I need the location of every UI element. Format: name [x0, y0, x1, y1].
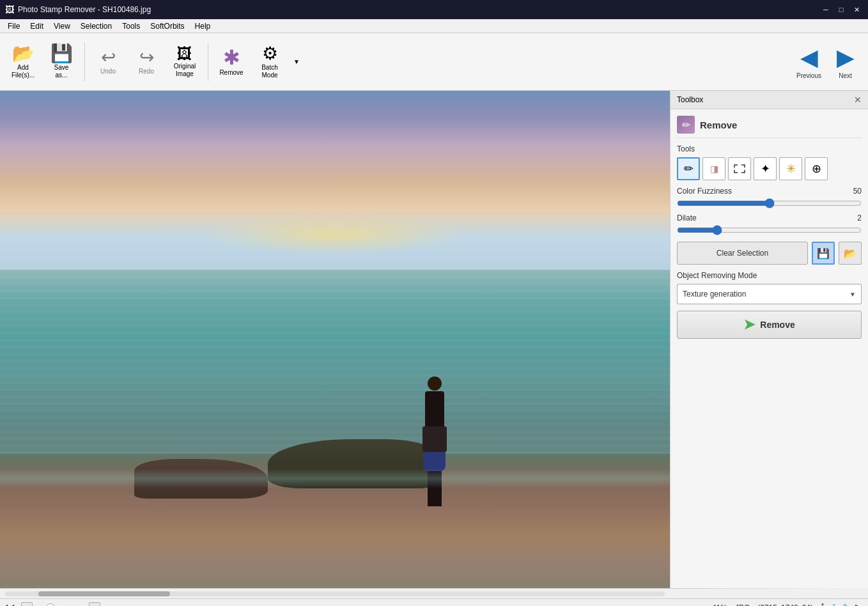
title-bar: 🖼 Photo Stamp Remover - SH100486.jpg ─ □… [0, 0, 868, 19]
next-button[interactable]: ▶ Next [828, 37, 863, 87]
previous-label: Previous [796, 72, 821, 79]
youtube-icon[interactable]: ▶ [855, 602, 863, 606]
redo-label: Redo [139, 68, 154, 75]
zoom-in-button[interactable]: + [89, 602, 100, 607]
rect-select-tool[interactable] [728, 157, 751, 180]
load-selection-icon: 📂 [844, 247, 856, 260]
remove-button[interactable]: ✱ Remove [213, 37, 249, 87]
stamp-tool[interactable]: ⊕ [805, 157, 828, 180]
main-layout: Toolbox ✕ ✏ Remove Tools ✏ ◨ [0, 91, 868, 588]
undo-icon: ↩ [101, 49, 116, 66]
load-selection-button[interactable]: 📂 [839, 242, 862, 265]
save-selection-button[interactable]: 💾 [812, 242, 835, 265]
batch-mode-button[interactable]: ⚙ BatchMode [252, 37, 288, 87]
clear-selection-button[interactable]: Clear Selection [677, 242, 808, 265]
toolbar: 📂 Add File(s)... 💾 Saveas... ↩ Undo ↪ Re… [0, 33, 868, 91]
image-scene [0, 91, 670, 588]
menu-edit[interactable]: Edit [25, 20, 49, 32]
sliders-section: Color Fuzziness 50 Dilate 2 [677, 187, 862, 235]
zoom-out-button[interactable]: − [21, 602, 33, 607]
color-fuzziness-value: 50 [853, 187, 862, 196]
brush-tool[interactable]: ✏ [677, 157, 700, 180]
remove-panel-icon: ✏ [677, 116, 695, 134]
original-image-label: OriginalImage [174, 63, 196, 78]
magic-wand-fill-tool[interactable]: ✦ [754, 157, 777, 180]
mode-select-wrapper: Texture generation Smart fill Average co… [677, 284, 862, 304]
magic-wand-tool[interactable]: ✳ [779, 157, 802, 180]
horizontal-scrollbar[interactable] [0, 588, 868, 598]
remove-panel: ✏ Remove Tools ✏ ◨ [670, 109, 868, 345]
close-button[interactable]: ✕ [850, 3, 863, 16]
mode-dropdown[interactable]: Texture generation Smart fill Average co… [678, 284, 861, 304]
menu-tools[interactable]: Tools [117, 20, 145, 32]
save-selection-icon: 💾 [817, 247, 830, 260]
person-body [425, 391, 444, 430]
shore-layer [0, 454, 670, 588]
eraser-tool[interactable]: ◨ [702, 157, 725, 180]
title-left: 🖼 Photo Stamp Remover - SH100486.jpg [5, 4, 151, 15]
dilate-row: Dilate 2 [677, 214, 862, 235]
color-fuzziness-slider[interactable] [677, 198, 862, 208]
menu-softorbits[interactable]: SoftOrbits [145, 20, 189, 32]
zoom-slider-thumb[interactable] [46, 603, 55, 607]
menu-selection[interactable]: Selection [75, 20, 117, 32]
tools-section-label: Tools [677, 144, 862, 153]
twitter-icon[interactable]: 𝕥 [843, 602, 848, 606]
magic-wand-fill-icon: ✦ [761, 162, 770, 176]
previous-button[interactable]: ◀ Previous [791, 37, 826, 87]
toolbar-more-icon: ▼ [293, 58, 300, 65]
dilate-header: Dilate 2 [677, 214, 862, 222]
sky-layer [0, 91, 670, 275]
dilate-value: 2 [857, 214, 862, 222]
person-legs [428, 471, 442, 506]
save-as-label: Saveas... [54, 64, 69, 79]
add-files-button[interactable]: 📂 Add File(s)... [5, 37, 41, 87]
info-icon[interactable]: ℹ [821, 602, 825, 606]
person-skirt [423, 452, 446, 471]
toolbar-separator-2 [208, 43, 208, 81]
tools-row: ✏ ◨ ✦ ✳ ⊕ [677, 157, 862, 180]
zoom-control: − + [21, 602, 100, 607]
facebook-icon[interactable]: 𝔣 [832, 602, 835, 607]
brush-icon: ✏ [684, 162, 694, 176]
h-scrollbar-thumb[interactable] [38, 591, 170, 596]
color-fuzziness-label: Color Fuzziness [677, 187, 732, 196]
toolbar-more-button[interactable]: ▼ [290, 37, 303, 87]
toolbox-close-button[interactable]: ✕ [854, 95, 862, 105]
save-as-icon: 💾 [50, 45, 73, 63]
person-head [428, 377, 442, 391]
dilate-slider[interactable] [677, 225, 862, 235]
remove-action-button[interactable]: ➤ Remove [677, 311, 862, 339]
zoom-ratio: 1:1 [5, 603, 16, 607]
app-icon: 🖼 [5, 4, 14, 15]
object-removing-mode-section: Object Removing Mode Texture generation … [677, 271, 862, 304]
stamp-icon: ⊕ [812, 162, 821, 176]
menu-file[interactable]: File [3, 20, 25, 32]
eraser-icon: ◨ [710, 164, 718, 174]
status-right: 41% JPG (2715x1743x24) ℹ 𝔣 𝕥 ▶ [712, 602, 863, 606]
add-files-label: Add File(s)... [6, 64, 40, 79]
color-fuzziness-header: Color Fuzziness 50 [677, 187, 862, 196]
person-jacket [422, 426, 447, 452]
minimize-button[interactable]: ─ [819, 3, 832, 16]
canvas-area[interactable] [0, 91, 670, 588]
remove-title-bar: ✏ Remove [677, 116, 862, 138]
image-dimensions: (2715x1743x24) [757, 603, 813, 607]
toolbar-separator-1 [84, 43, 85, 81]
clear-selection-label: Clear Selection [717, 249, 768, 258]
menu-view[interactable]: View [49, 20, 75, 32]
save-as-button[interactable]: 💾 Saveas... [43, 37, 79, 87]
zoom-percent: 41% [712, 603, 727, 607]
menu-help[interactable]: Help [190, 20, 216, 32]
undo-button[interactable]: ↩ Undo [90, 37, 126, 87]
selection-row: Clear Selection 💾 📂 [677, 242, 862, 265]
nav-buttons: ◀ Previous ▶ Next [791, 37, 863, 87]
window-controls: ─ □ ✕ [819, 3, 863, 16]
toolbox-panel: Toolbox ✕ ✏ Remove Tools ✏ ◨ [670, 91, 868, 588]
redo-button[interactable]: ↪ Redo [128, 37, 164, 87]
remove-action-icon: ➤ [743, 316, 755, 333]
remove-action-label: Remove [760, 320, 794, 330]
original-image-button[interactable]: 🖼 OriginalImage [167, 37, 203, 87]
file-format: JPG [735, 603, 750, 607]
maximize-button[interactable]: □ [835, 3, 848, 16]
